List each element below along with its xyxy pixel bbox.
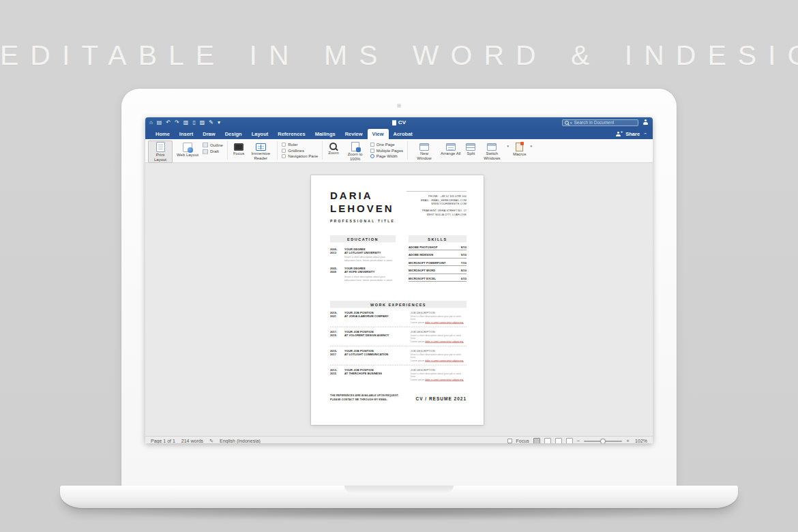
split-button[interactable]: Split — [464, 141, 477, 157]
preview-icon[interactable]: ▨ — [200, 120, 205, 125]
draft-button[interactable]: Draft — [203, 149, 223, 154]
immersive-reader-button[interactable]: Immersive Reader — [248, 141, 273, 162]
ribbon-separator — [407, 141, 408, 160]
cv-page[interactable]: DARIA LEHOVEN PROFESSIONAL TITLE PHONE :… — [311, 175, 484, 425]
web-layout-icon — [183, 143, 192, 152]
work-years: 2017- 2019 — [330, 331, 344, 343]
word-titlebar: ⌂ ▤ ↶ ↷ ▥ ▯ ▨ ✎ ▾ CV ▾ — [145, 117, 653, 128]
skill-row: MICROSOFT WORD 8/10 — [409, 266, 467, 274]
web-layout-button[interactable]: Web Layout — [175, 141, 200, 158]
document-canvas[interactable]: DARIA LEHOVEN PROFESSIONAL TITLE PHONE :… — [145, 163, 653, 436]
education-years: 2005- 2009 — [330, 267, 344, 282]
tab-design[interactable]: Design — [220, 129, 247, 139]
work-item: 2017- 2019 YOUR JOB POSITION AT VOLORENT… — [330, 327, 467, 346]
search-input[interactable]: ▾ Search in Document — [562, 119, 638, 126]
cv-name-block: DARIA LEHOVEN PROFESSIONAL TITLE — [330, 189, 395, 223]
mockup-stage: EDITABLE IN MS WORD & INDESIGN ⌂ ▤ ↶ ↷ ▥… — [0, 0, 798, 532]
work-years: 2015- 2017 — [330, 350, 344, 362]
switch-windows-icon — [487, 143, 497, 151]
immersive-reader-icon — [256, 143, 266, 151]
chevron-down-icon: ▾ — [507, 144, 509, 148]
home-icon[interactable]: ⌂ — [149, 120, 153, 125]
skill-row: MICROSOFT POWERPOINT 7/10 — [409, 258, 467, 267]
draw-icon[interactable]: ✎ — [209, 120, 213, 125]
tab-draw[interactable]: Draw — [198, 129, 220, 139]
switch-windows-button[interactable]: Switch Windows — [479, 141, 504, 162]
cv-page-content: DARIA LEHOVEN PROFESSIONAL TITLE PHONE :… — [311, 175, 484, 425]
zoom-slider-thumb[interactable] — [600, 439, 606, 444]
work-position-block: YOUR JOB POSITION AT LOTLIGHT COMMUNICAT… — [344, 350, 407, 362]
one-page-button[interactable]: One Page — [370, 143, 403, 147]
search-icon — [565, 121, 568, 124]
more-icon[interactable]: ▾ — [218, 120, 220, 125]
skill-row: ADOBE PHOTOSHOP 8/10 — [409, 243, 467, 251]
page-indicator[interactable]: Page 1 of 1 — [151, 439, 175, 443]
gridlines-checkbox[interactable]: Gridlines — [282, 149, 318, 153]
new-window-button[interactable]: New Window — [412, 141, 437, 162]
zoom-button[interactable]: Zoom — [327, 141, 340, 156]
references-line2: PLEASE CONTACT ME THROUGH MY EMAIL. — [330, 398, 399, 402]
work-position-block: YOUR JOB POSITION AT JOKIA ILABORUM COMP… — [344, 312, 407, 324]
headline-text: EDITABLE IN MS WORD & INDESIGN — [0, 40, 798, 72]
share-icon — [616, 132, 622, 137]
status-bar: Page 1 of 1 214 words ✎ English (Indones… — [145, 436, 653, 443]
skill-row: ADOBE INDESIGN 9/10 — [409, 250, 467, 258]
account-icon[interactable] — [642, 119, 649, 125]
save-icon[interactable]: ▤ — [157, 120, 162, 125]
education-item: 2009- 2013 YOUR DEGREE AT LOTLIGHT UNIVE… — [330, 248, 396, 262]
macros-button[interactable]: Macros — [512, 141, 528, 158]
laptop-lid-notch — [344, 486, 454, 492]
redo-icon[interactable]: ↷ — [175, 120, 179, 125]
ribbon-tab-strip: Home Insert Draw Design Layout Reference… — [145, 128, 653, 139]
page-width-icon — [370, 154, 374, 158]
outline-button[interactable]: Outline — [203, 143, 223, 147]
tab-review[interactable]: Review — [340, 129, 368, 139]
divider — [407, 191, 467, 192]
zoom-percentage[interactable]: 102% — [634, 439, 647, 443]
tab-view[interactable]: View — [368, 129, 389, 139]
view-outline-icon[interactable] — [555, 438, 562, 443]
zoom-out-button[interactable]: − — [577, 439, 580, 444]
print-layout-icon — [156, 142, 165, 152]
view-draft-icon[interactable] — [566, 438, 573, 443]
ruler-checkbox[interactable]: Ruler — [282, 143, 318, 147]
laptop-base — [60, 486, 738, 508]
laptop-screen: ⌂ ▤ ↶ ↷ ▥ ▯ ▨ ✎ ▾ CV ▾ — [121, 89, 677, 486]
education-item: 2005- 2009 YOUR DEGREE AT HOPE UNIVERSIT… — [330, 267, 396, 282]
work-position-block: YOUR JOB POSITION AT VOLORENT DESIGN AGE… — [344, 331, 407, 343]
draft-icon — [203, 149, 208, 154]
view-print-layout-icon[interactable] — [533, 438, 540, 443]
multiple-pages-button[interactable]: Multiple Pages — [370, 149, 403, 153]
work-description-block: JOB DESCRIPTION: Insert a short descript… — [407, 331, 467, 343]
checkbox-icon — [282, 154, 286, 158]
tab-home[interactable]: Home — [151, 129, 175, 139]
tab-acrobat[interactable]: Acrobat — [389, 129, 417, 139]
print-layout-button[interactable]: Print Layout — [148, 141, 173, 163]
word-count[interactable]: 214 words — [181, 439, 203, 443]
tab-layout[interactable]: Layout — [247, 129, 274, 139]
education-list: 2009- 2013 YOUR DEGREE AT LOTLIGHT UNIVE… — [330, 248, 396, 282]
collapse-ribbon-icon[interactable]: ⌃ — [643, 132, 647, 136]
proofing-icon[interactable]: ✎ — [209, 439, 213, 444]
page-width-button[interactable]: Page Width — [370, 154, 403, 158]
zoom-slider[interactable] — [584, 441, 622, 442]
focus-icon — [234, 143, 243, 151]
new-window-icon — [419, 143, 429, 151]
tab-mailings[interactable]: Mailings — [310, 129, 340, 139]
print-icon[interactable]: ▥ — [183, 120, 189, 125]
tab-insert[interactable]: Insert — [175, 129, 198, 139]
language-indicator[interactable]: English (Indonesia) — [220, 439, 261, 443]
undo-icon[interactable]: ↶ — [166, 120, 171, 125]
new-doc-icon[interactable]: ▯ — [192, 120, 195, 125]
share-button[interactable]: Share — [625, 131, 640, 137]
focus-checkbox[interactable] — [507, 439, 512, 443]
navigation-pane-checkbox[interactable]: Navigation Pane — [282, 154, 318, 158]
ribbon-separator — [227, 141, 228, 160]
focus-button[interactable]: Focus — [232, 141, 246, 157]
zoom-100-button[interactable]: Zoom to 100% — [343, 141, 368, 162]
view-web-layout-icon[interactable] — [544, 438, 551, 443]
arrange-all-button[interactable]: Arrange All — [439, 141, 462, 157]
education-header: EDUCATION — [330, 235, 396, 243]
zoom-in-button[interactable]: + — [626, 439, 630, 444]
tab-references[interactable]: References — [273, 129, 310, 139]
